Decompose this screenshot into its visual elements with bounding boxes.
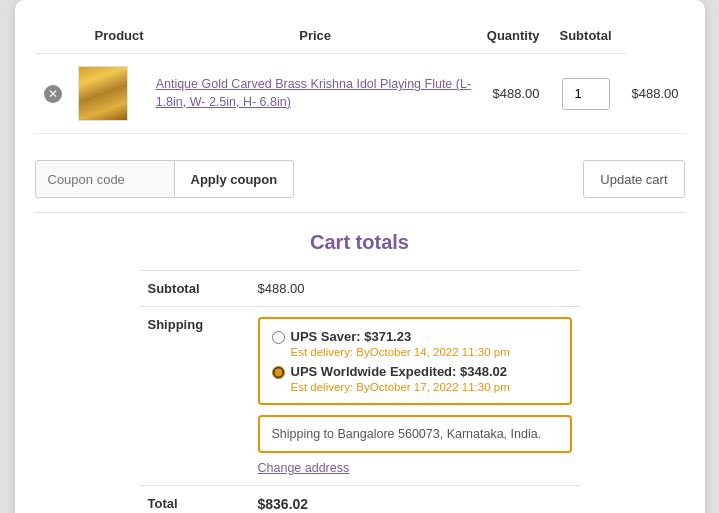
product-subtotal-cell: $488.00 <box>626 54 685 134</box>
subtotal-label: Subtotal <box>140 271 250 307</box>
total-label: Total <box>140 486 250 514</box>
product-price-cell: $488.00 <box>481 54 546 134</box>
update-cart-button[interactable]: Update cart <box>583 160 684 198</box>
total-value: $836.02 <box>250 486 580 514</box>
shipping-options-box: UPS Saver: $371.23 Est delivery: ByOctob… <box>258 317 572 405</box>
cart-totals-section: Cart totals Subtotal $488.00 Shipping <box>140 231 580 513</box>
shipping-option-1-text: UPS Saver: $371.23 <box>291 329 510 344</box>
table-row: ✕ Antique Gold Carved Brass Krishna Idol… <box>35 54 685 134</box>
remove-cell: ✕ <box>35 54 73 134</box>
coupon-input[interactable] <box>35 160 175 198</box>
shipping-option-1: UPS Saver: $371.23 Est delivery: ByOctob… <box>272 329 558 358</box>
product-thumbnail <box>78 66 128 121</box>
shipping-option-1-delivery: Est delivery: ByOctober 14, 2022 11:30 p… <box>291 346 510 358</box>
shipping-to-box: Shipping to Bangalore 560073, Karnataka,… <box>258 415 572 453</box>
shipping-option-2-delivery: Est delivery: ByOctober 17, 2022 11:30 p… <box>291 381 510 393</box>
shipping-radio-2[interactable] <box>272 366 285 379</box>
cart-container: Product Price Quantity Subtotal ✕ Antiqu… <box>15 0 705 513</box>
shipping-option-2-text: UPS Worldwide Expedited: $348.02 <box>291 364 510 379</box>
shipping-option-2: UPS Worldwide Expedited: $348.02 Est del… <box>272 364 558 393</box>
subtotal-row: Subtotal $488.00 <box>140 271 580 307</box>
cart-table: Product Price Quantity Subtotal ✕ Antiqu… <box>35 20 685 134</box>
col-header-price: Price <box>150 20 481 54</box>
subtotal-value: $488.00 <box>250 271 580 307</box>
product-thumb-cell <box>72 54 150 134</box>
product-name-link[interactable]: Antique Gold Carved Brass Krishna Idol P… <box>156 77 471 109</box>
remove-item-button[interactable]: ✕ <box>44 85 62 103</box>
total-row: Total $836.02 <box>140 486 580 514</box>
cart-totals-title: Cart totals <box>140 231 580 254</box>
totals-table: Subtotal $488.00 Shipping UPS Saver: $37… <box>140 270 580 513</box>
col-header-quantity: Quantity <box>481 20 546 54</box>
shipping-option-1-label[interactable]: UPS Saver: $371.23 Est delivery: ByOctob… <box>272 329 558 358</box>
coupon-left: Apply coupon <box>35 160 295 198</box>
apply-coupon-button[interactable]: Apply coupon <box>175 160 295 198</box>
col-header-subtotal: Subtotal <box>546 20 626 54</box>
quantity-input[interactable] <box>562 78 610 110</box>
shipping-to-text: Shipping to Bangalore 560073, Karnataka,… <box>272 427 542 441</box>
coupon-row: Apply coupon Update cart <box>35 150 685 213</box>
change-address-link[interactable]: Change address <box>258 461 572 475</box>
shipping-options-cell: UPS Saver: $371.23 Est delivery: ByOctob… <box>250 307 580 486</box>
product-name-cell: Antique Gold Carved Brass Krishna Idol P… <box>150 54 481 134</box>
col-header-product: Product <box>35 20 150 54</box>
shipping-row: Shipping UPS Saver: $371.23 Est delivery… <box>140 307 580 486</box>
product-qty-cell <box>546 54 626 134</box>
shipping-option-2-label[interactable]: UPS Worldwide Expedited: $348.02 Est del… <box>272 364 558 393</box>
shipping-label: Shipping <box>140 307 250 486</box>
shipping-radio-1[interactable] <box>272 331 285 344</box>
